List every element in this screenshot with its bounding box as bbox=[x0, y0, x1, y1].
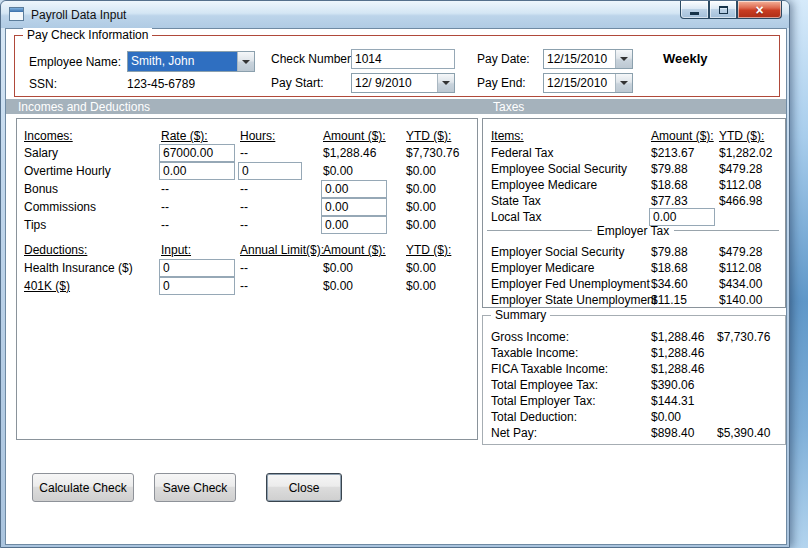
employee-name-dropdown-arrow-icon[interactable] bbox=[237, 52, 254, 71]
check-number-label: Check Number: bbox=[271, 52, 354, 66]
summary-row-gross: Gross Income: $1,288.46 $7,730.76 bbox=[483, 330, 785, 346]
tax-label: State Tax bbox=[491, 194, 541, 208]
incomes-deductions-section-title: Incomes and Deductions bbox=[18, 100, 150, 114]
overtime-hours-input[interactable] bbox=[238, 162, 302, 180]
employee-name-label: Employee Name: bbox=[29, 55, 121, 69]
summary-row-total-deduction: Total Deduction: $0.00 bbox=[483, 410, 785, 426]
tax-row-federal: Federal Tax $213.67 $1,282.02 bbox=[483, 146, 785, 162]
tax-ytd: $479.28 bbox=[719, 162, 762, 176]
employee-name-select[interactable]: Smith, John bbox=[127, 51, 255, 72]
income-hours: -- bbox=[240, 146, 248, 160]
maximize-icon bbox=[719, 6, 728, 14]
form-client-area: Pay Check Information Employee Name: Smi… bbox=[5, 28, 787, 545]
deductions-col-item: Deductions: bbox=[24, 243, 87, 257]
tax-row-employer-medicare: Employer Medicare $18.68 $112.08 bbox=[483, 261, 785, 277]
calculate-check-button[interactable]: Calculate Check bbox=[32, 473, 134, 502]
incomes-col-item: Incomes: bbox=[24, 129, 73, 143]
employer-tax-subheader: Employer Tax bbox=[592, 224, 674, 238]
incomes-col-amount: Amount ($): bbox=[323, 129, 386, 143]
income-label: Bonus bbox=[24, 182, 58, 196]
taxes-col-item: Items: bbox=[491, 129, 524, 143]
pay-date-dropdown-arrow-icon[interactable] bbox=[615, 50, 632, 68]
divider-line bbox=[487, 230, 592, 231]
deduction-label: Health Insurance ($) bbox=[24, 261, 133, 275]
maximize-button[interactable] bbox=[709, 1, 737, 19]
payroll-window: Payroll Data Input × Pay Check Informati… bbox=[0, 0, 790, 548]
income-row-tips: Tips -- -- $0.00 bbox=[17, 218, 477, 234]
divider-line bbox=[674, 230, 779, 231]
taxes-col-amount: Amount ($): bbox=[651, 129, 714, 143]
incomes-col-rate: Rate ($): bbox=[161, 129, 208, 143]
taxes-panel: Items: Amount ($): YTD ($): Federal Tax … bbox=[482, 118, 786, 308]
summary-ytd: $5,390.40 bbox=[717, 426, 770, 440]
check-number-input[interactable] bbox=[351, 49, 455, 69]
income-row-bonus: Bonus -- -- $0.00 bbox=[17, 182, 477, 198]
save-check-button[interactable]: Save Check bbox=[154, 473, 236, 502]
summary-group: Summary Gross Income: $1,288.46 $7,730.7… bbox=[482, 315, 786, 445]
pay-start-dropdown-arrow-icon[interactable] bbox=[437, 74, 454, 92]
tax-ytd: $140.00 bbox=[719, 293, 762, 307]
tax-label: Employer State Unemployment bbox=[491, 293, 657, 307]
pay-date-select[interactable]: 12/15/2010 bbox=[543, 49, 633, 69]
income-amount: $0.00 bbox=[323, 164, 353, 178]
tax-amount: $18.68 bbox=[651, 261, 688, 275]
section-band: Incomes and Deductions Taxes bbox=[6, 99, 786, 114]
tax-label: Federal Tax bbox=[491, 146, 553, 160]
summary-amount: $1,288.46 bbox=[651, 330, 704, 344]
incomes-col-ytd: YTD ($): bbox=[406, 129, 451, 143]
pay-end-select[interactable]: 12/15/2010 bbox=[543, 73, 633, 93]
pay-frequency-label: Weekly bbox=[663, 51, 708, 66]
summary-label: Net Pay: bbox=[491, 426, 537, 440]
deduction-limit: -- bbox=[240, 279, 248, 293]
overtime-rate-input[interactable] bbox=[159, 162, 235, 180]
ssn-value: 123-45-6789 bbox=[127, 77, 195, 91]
deduction-ytd: $0.00 bbox=[406, 261, 436, 275]
summary-label: Taxable Income: bbox=[491, 346, 578, 360]
deduction-amount: $0.00 bbox=[323, 261, 353, 275]
income-hours: -- bbox=[240, 182, 248, 196]
deductions-col-input: Input: bbox=[161, 243, 191, 257]
tax-amount: $34.60 bbox=[651, 277, 688, 291]
summary-label: Total Employer Tax: bbox=[491, 394, 596, 408]
income-ytd: $0.00 bbox=[406, 182, 436, 196]
close-button[interactable]: Close bbox=[266, 473, 342, 502]
close-window-button[interactable]: × bbox=[737, 1, 782, 19]
health-insurance-input[interactable] bbox=[159, 259, 235, 277]
income-hours: -- bbox=[240, 200, 248, 214]
bonus-amount-input[interactable] bbox=[321, 180, 387, 198]
deduction-row-health-insurance: Health Insurance ($) -- $0.00 $0.00 bbox=[17, 261, 477, 277]
summary-label: Total Deduction: bbox=[491, 410, 577, 424]
summary-row-fica: FICA Taxable Income: $1,288.46 bbox=[483, 362, 785, 378]
tax-amount: $11.15 bbox=[651, 293, 687, 307]
summary-row-total-employee-tax: Total Employee Tax: $390.06 bbox=[483, 378, 785, 394]
tax-row-employer-fed-unemployment: Employer Fed Unemployment $34.60 $434.00 bbox=[483, 277, 785, 293]
tips-amount-input[interactable] bbox=[321, 216, 387, 234]
pay-date-value: 12/15/2010 bbox=[544, 50, 615, 68]
salary-rate-input[interactable] bbox=[159, 144, 235, 162]
minimize-button[interactable] bbox=[680, 1, 709, 19]
deductions-col-amount: Amount ($): bbox=[323, 243, 386, 257]
summary-amount: $144.31 bbox=[651, 394, 694, 408]
tax-label: Employee Social Security bbox=[491, 162, 627, 176]
pay-start-select[interactable]: 12/ 9/2010 bbox=[351, 73, 455, 93]
summary-row-taxable: Taxable Income: $1,288.46 bbox=[483, 346, 785, 362]
deduction-401k-link[interactable]: 401K ($) bbox=[24, 279, 70, 293]
commissions-amount-input[interactable] bbox=[321, 198, 387, 216]
summary-legend: Summary bbox=[491, 308, 550, 322]
income-label: Commissions bbox=[24, 200, 96, 214]
window-controls: × bbox=[680, 1, 782, 19]
pay-end-dropdown-arrow-icon[interactable] bbox=[615, 74, 632, 92]
minimize-icon bbox=[690, 12, 699, 15]
title-bar[interactable]: Payroll Data Input × bbox=[1, 1, 789, 28]
401k-input[interactable] bbox=[159, 277, 235, 295]
tax-row-employer-ss: Employer Social Security $79.88 $479.28 bbox=[483, 245, 785, 261]
tax-ytd: $434.00 bbox=[719, 277, 762, 291]
income-row-commissions: Commissions -- -- $0.00 bbox=[17, 200, 477, 216]
tax-amount: $79.88 bbox=[651, 162, 688, 176]
tax-ytd: $112.08 bbox=[719, 178, 762, 192]
deduction-row-401k: 401K ($) -- $0.00 $0.00 bbox=[17, 279, 477, 295]
summary-label: FICA Taxable Income: bbox=[491, 362, 608, 376]
app-icon bbox=[9, 7, 24, 21]
paycheck-info-group: Pay Check Information Employee Name: Smi… bbox=[14, 35, 780, 97]
income-rate: -- bbox=[161, 218, 169, 232]
